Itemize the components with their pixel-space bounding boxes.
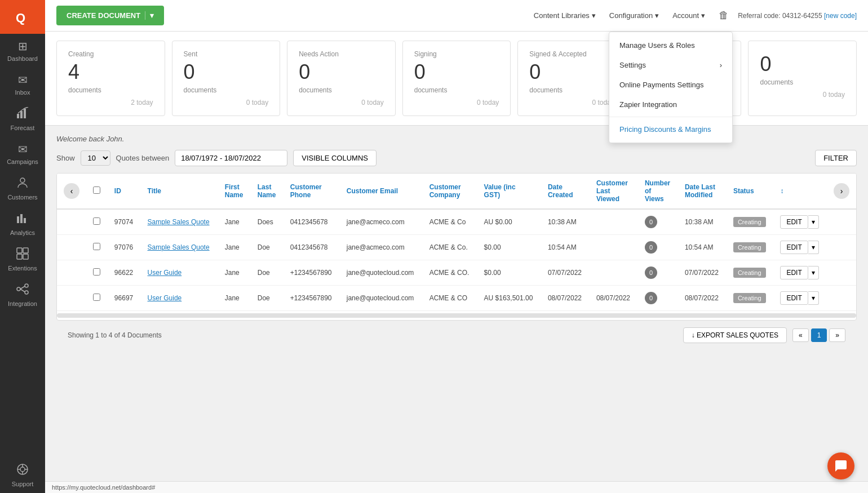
row-date-modified: 08/07/2022 <box>678 286 727 311</box>
table-controls: Show 10 25 50 Quotes between VISIBLE COL… <box>56 150 857 166</box>
stat-signing: Signing 0 documents 0 today <box>402 41 511 116</box>
edit-button[interactable]: EDIT <box>780 266 808 279</box>
sidebar-item-campaigns[interactable]: ✉ Campaigns <box>0 137 45 171</box>
svg-point-13 <box>17 287 20 291</box>
dropdown-divider <box>609 117 732 117</box>
trash-icon[interactable]: 🗑 <box>719 10 729 21</box>
edit-button[interactable]: EDIT <box>780 291 808 305</box>
row-title[interactable]: Sample Sales Quote <box>141 235 218 260</box>
page-1-btn[interactable]: 1 <box>811 328 827 342</box>
table-nav-left[interactable]: ‹ <box>64 183 79 199</box>
row-checkbox[interactable] <box>86 209 108 235</box>
svg-rect-2 <box>17 114 19 118</box>
quotes-between-label: Quotes between <box>116 154 170 162</box>
sidebar-item-label: Integration <box>8 300 37 307</box>
support-icon <box>16 463 29 478</box>
svg-line-16 <box>20 286 25 289</box>
edit-button[interactable]: EDIT <box>780 241 808 254</box>
row-spacer <box>57 235 86 260</box>
edit-button[interactable]: EDIT <box>780 215 808 229</box>
topbar-configuration[interactable]: Configuration ▾ <box>609 11 659 20</box>
select-all-checkbox[interactable] <box>93 186 100 194</box>
row-first-name: Jane <box>218 286 251 311</box>
sidebar-item-dashboard[interactable]: ⊞ Dashboard <box>0 34 45 68</box>
dropdown-pricing[interactable]: Pricing Discounts & Margins <box>609 119 732 139</box>
welcome-message: Welcome back John. <box>56 135 857 143</box>
row-customer-last-viewed <box>590 235 638 260</box>
col-number-views: NumberofViews <box>638 174 678 209</box>
row-spacer <box>57 260 86 286</box>
dashboard-icon: ⊞ <box>18 39 28 53</box>
row-views: 0 <box>638 235 678 260</box>
row-views: 0 <box>638 286 678 311</box>
sidebar-item-customers[interactable]: Customers <box>0 171 45 206</box>
row-company: ACME & CO <box>423 286 477 311</box>
content-libraries-label: Content Libraries <box>534 11 590 20</box>
export-button[interactable]: ↓ EXPORT SALES QUOTES <box>683 327 787 343</box>
row-phone: 0412345678 <box>284 209 340 235</box>
stat-sent-sub: documents <box>184 86 269 94</box>
visible-columns-button[interactable]: VISIBLE COLUMNS <box>293 150 377 166</box>
edit-dropdown-btn[interactable]: ▾ <box>808 215 819 229</box>
row-title[interactable]: Sample Sales Quote <box>141 209 218 235</box>
table-row: 97076 Sample Sales Quote Jane Doe 041234… <box>57 235 856 260</box>
col-date-modified: Date LastModified <box>678 174 727 209</box>
filter-button[interactable]: FILTER <box>815 150 857 166</box>
edit-dropdown-btn[interactable]: ▾ <box>808 241 819 254</box>
row-title[interactable]: User Guide <box>141 260 218 286</box>
chat-bubble[interactable] <box>827 452 854 479</box>
row-checkbox[interactable] <box>86 235 108 260</box>
logo-icon: Q <box>12 7 33 27</box>
sidebar-item-support[interactable]: Support <box>0 458 45 493</box>
topbar-content-libraries[interactable]: Content Libraries ▾ <box>534 11 596 20</box>
svg-point-19 <box>20 467 25 472</box>
new-code-link[interactable]: [new code] <box>824 12 857 20</box>
row-id: 97074 <box>108 209 141 235</box>
stat-sent: Sent 0 documents 0 today <box>172 41 281 116</box>
table-footer: Showing 1 to 4 of 4 Documents ↓ EXPORT S… <box>56 321 857 350</box>
referral-code: Referral code: 04312-64255 [new code] <box>738 12 857 20</box>
sidebar-item-label: Analytics <box>10 229 35 236</box>
stat-signed-label: Signed & Accepted <box>529 50 614 58</box>
create-document-button[interactable]: CREATE DOCUMENT ▾ <box>56 6 164 25</box>
stat-signed-value: 0 <box>529 60 614 84</box>
sidebar-item-analytics[interactable]: Analytics <box>0 206 45 242</box>
dropdown-manage-users[interactable]: Manage Users & Roles <box>609 35 732 55</box>
row-spacer2 <box>827 235 856 260</box>
topbar-account[interactable]: Account ▾ <box>672 11 705 20</box>
svg-rect-4 <box>24 109 26 118</box>
row-title[interactable]: User Guide <box>141 286 218 311</box>
edit-dropdown-btn[interactable]: ▾ <box>808 266 819 279</box>
app-logo[interactable]: Q <box>0 0 45 34</box>
stat-creating-sub: documents <box>68 86 153 94</box>
dropdown-zapier[interactable]: Zapier Integration <box>609 95 732 114</box>
stat-creating-label: Creating <box>68 50 153 58</box>
show-select[interactable]: 10 25 50 <box>81 150 110 166</box>
page-last-btn[interactable]: » <box>829 328 845 342</box>
stat-needs-today: 0 today <box>299 99 384 106</box>
edit-dropdown-btn[interactable]: ▾ <box>808 291 819 305</box>
row-date-modified: 07/07/2022 <box>678 260 727 286</box>
row-views: 0 <box>638 209 678 235</box>
main-content: CREATE DOCUMENT ▾ Content Libraries ▾ Co… <box>45 0 868 493</box>
table-scroll: ‹ ID Title FirstName LastName CustomerPh… <box>57 174 856 311</box>
stat-creating-today: 2 today <box>68 99 153 106</box>
date-range-input[interactable] <box>175 150 287 166</box>
configuration-dropdown: Manage Users & Roles Settings › Online P… <box>609 32 733 143</box>
dropdown-online-payments[interactable]: Online Payments Settings <box>609 75 732 95</box>
dropdown-settings[interactable]: Settings › <box>609 55 732 75</box>
sidebar-item-inbox[interactable]: ✉ Inbox <box>0 68 45 101</box>
page-content: Creating 4 documents 2 today Sent 0 docu… <box>45 32 868 481</box>
row-checkbox[interactable] <box>86 260 108 286</box>
svg-rect-11 <box>17 254 22 259</box>
row-checkbox[interactable] <box>86 286 108 311</box>
sidebar-item-extentions[interactable]: Extentions <box>0 242 45 277</box>
table-nav-right[interactable]: › <box>834 183 849 199</box>
horizontal-scrollbar[interactable] <box>57 313 856 318</box>
col-checkbox <box>86 174 108 209</box>
stat-signing-sub: documents <box>414 86 499 94</box>
url-bar: https://my.quotecloud.net/dashboard# <box>45 481 868 493</box>
page-first-btn[interactable]: « <box>792 328 809 342</box>
sidebar-item-integration[interactable]: Integration <box>0 277 45 313</box>
sidebar-item-forecast[interactable]: Forecast <box>0 101 45 137</box>
